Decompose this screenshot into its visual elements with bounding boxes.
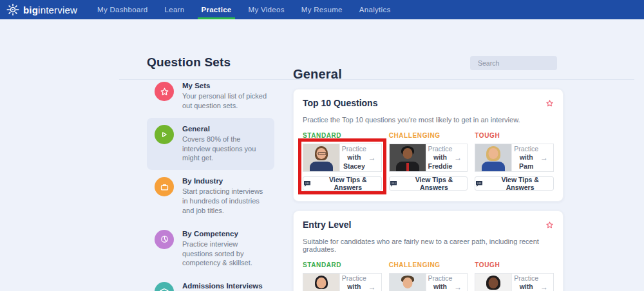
view-tips-button[interactable]: View Tips & Answers [303, 176, 382, 191]
sidebar-item-title: Admissions Interviews [182, 282, 268, 290]
view-tips-label: View Tips & Answers [401, 176, 468, 191]
arrow-icon: → [454, 153, 467, 162]
difficulty-column-challenging: CHALLENGING Practice with Andy → [389, 261, 468, 291]
sidebar-item-admissions-interviews[interactable]: Admissions Interviews Here you can pract… [147, 275, 274, 291]
nav-item-practice[interactable]: Practice [193, 0, 240, 19]
sidebar-item-my-sets[interactable]: My Sets Your personal list of picked out… [147, 75, 274, 118]
difficulty-column-standard: STANDARD Practice with Stacey → [303, 132, 382, 191]
graduation-cap-icon [155, 282, 174, 291]
practice-label: Practice with Freddie [426, 145, 455, 170]
interviewer-photo [303, 144, 340, 171]
interviewer-photo [390, 274, 426, 291]
nav-menu: My Dashboard Learn Practice My Videos My… [89, 0, 399, 19]
practice-label: Practice with Jiyoung [340, 274, 368, 291]
nav-item-my-resume[interactable]: My Resume [293, 0, 351, 19]
view-tips-label: View Tips & Answers [487, 176, 553, 191]
nav-item-my-videos[interactable]: My Videos [240, 0, 293, 19]
difficulty-column-challenging: CHALLENGING Practice with Freddie → [389, 132, 468, 191]
practice-card-andy[interactable]: Practice with Andy → [389, 273, 468, 291]
nav-item-learn[interactable]: Learn [156, 0, 193, 19]
interviewer-photo [475, 144, 512, 171]
difficulty-column-tough: TOUGH Practice with Pam → [475, 132, 554, 191]
difficulty-label: TOUGH [475, 132, 554, 139]
practice-card-pam[interactable]: Practice with Pam → [475, 144, 554, 172]
sidebar-item-title: General [182, 125, 268, 133]
practice-label: Practice with Stacey [340, 145, 368, 170]
favorite-star-icon[interactable] [545, 220, 554, 232]
difficulty-column-tough: TOUGH Practice with Lyndsay → [475, 261, 554, 291]
card-description: Suitable for candidates who are fairly n… [303, 238, 554, 253]
view-tips-label: View Tips & Answers [315, 176, 381, 191]
difficulty-label: CHALLENGING [389, 132, 468, 139]
briefcase-icon [155, 177, 174, 196]
brand-name: biginterview [23, 5, 77, 15]
arrow-icon: → [454, 283, 467, 291]
view-tips-button[interactable]: View Tips & Answers [475, 176, 554, 191]
brand-logo[interactable]: biginterview [6, 3, 77, 16]
chat-bubble-icon [475, 180, 483, 187]
sun-logo-icon [6, 3, 19, 16]
sidebar-item-description: Covers 80% of the interview questions yo… [182, 135, 268, 164]
card-title: Top 10 Questions [303, 98, 377, 108]
difficulty-label: CHALLENGING [389, 261, 468, 268]
chat-bubble-icon [303, 180, 311, 187]
sidebar-item-title: By Industry [182, 177, 268, 185]
view-tips-button[interactable]: View Tips & Answers [389, 176, 468, 191]
arrow-icon: → [540, 283, 553, 291]
sidebar-item-by-industry[interactable]: By Industry Start practicing interviews … [147, 170, 274, 223]
interviewer-photo [390, 144, 426, 171]
practice-card-stacey[interactable]: Practice with Stacey → [303, 144, 382, 172]
interviewer-photo [475, 274, 512, 291]
section-title: General [293, 67, 564, 82]
difficulty-label: STANDARD [303, 132, 382, 139]
category-sidebar: My Sets Your personal list of picked out… [147, 75, 274, 291]
difficulty-label: TOUGH [475, 261, 554, 268]
sidebar-item-general[interactable]: General Covers 80% of the interview ques… [147, 118, 274, 171]
practice-label: Practice with Lyndsay [512, 274, 540, 291]
card-title: Entry Level [303, 220, 351, 230]
practice-card-lyndsay[interactable]: Practice with Lyndsay → [475, 273, 554, 291]
sidebar-item-description: Your personal list of picked out questio… [182, 91, 268, 111]
practice-card-freddie[interactable]: Practice with Freddie → [389, 144, 468, 172]
top-navbar: biginterview My Dashboard Learn Practice… [0, 0, 644, 19]
card-description: Practice the Top 10 questions you're mos… [303, 116, 554, 124]
highlighted-selection: Practice with Stacey → View Tips & Answe… [303, 144, 382, 191]
nav-item-analytics[interactable]: Analytics [351, 0, 399, 19]
difficulty-label: STANDARD [303, 261, 382, 268]
question-set-card-top-10: Top 10 Questions Practice the Top 10 que… [293, 89, 564, 202]
pie-chart-icon [155, 230, 174, 249]
practice-label: Practice with Pam [512, 145, 540, 170]
chat-bubble-icon [390, 180, 397, 187]
sidebar-item-title: My Sets [182, 82, 268, 89]
sidebar-item-description: Practice interview questions sorted by c… [182, 239, 268, 268]
sidebar-item-title: By Competency [182, 230, 268, 238]
main-content: General Top 10 Questions Practice the To… [293, 67, 564, 291]
difficulty-column-standard: STANDARD Practice with Jiyoung → [303, 261, 382, 291]
arrow-icon: → [540, 153, 553, 162]
arrow-icon: → [368, 153, 381, 162]
practice-label: Practice with Andy [426, 274, 455, 291]
nav-item-my-dashboard[interactable]: My Dashboard [89, 0, 156, 19]
interviewer-photo [303, 274, 340, 291]
star-icon [155, 82, 174, 101]
question-set-card-entry-level: Entry Level Suitable for candidates who … [293, 211, 564, 291]
page-title: Question Sets [147, 55, 231, 70]
practice-card-jiyoung[interactable]: Practice with Jiyoung → [303, 273, 382, 291]
arrow-icon: → [368, 283, 381, 291]
page-header: Question Sets [0, 19, 644, 60]
sidebar-item-by-competency[interactable]: By Competency Practice interview questio… [147, 223, 274, 276]
favorite-star-icon[interactable] [545, 99, 554, 110]
sidebar-item-description: Start practicing interviews in hundreds … [182, 187, 268, 216]
play-icon [155, 125, 174, 144]
